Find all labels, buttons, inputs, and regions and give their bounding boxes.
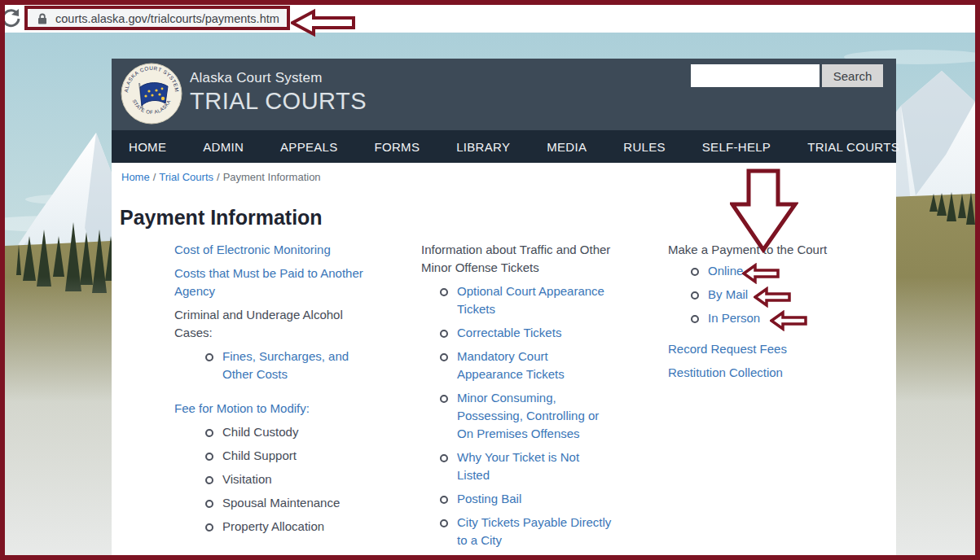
bullet-icon: [440, 395, 448, 403]
link-city-tickets[interactable]: City Tickets Payable Directly to a City: [457, 514, 615, 549]
bullet-icon: [440, 353, 448, 361]
nav-item-trial-courts[interactable]: TRIAL COURTS: [807, 140, 899, 154]
nav-item-media[interactable]: MEDIA: [547, 140, 587, 154]
nav-item-rules[interactable]: RULES: [623, 140, 666, 154]
search-button[interactable]: Search: [822, 64, 883, 87]
bullet-icon: [205, 476, 213, 484]
reload-icon[interactable]: [0, 7, 22, 30]
breadcrumb: Home/Trial Courts/Payment Information: [121, 171, 321, 183]
column-tickets: Information about Traffic and Other Mino…: [421, 241, 615, 560]
main-content: Home/Trial Courts/Payment Information Pa…: [112, 163, 896, 555]
breadcrumb-separator: /: [153, 171, 156, 183]
search-form: Search: [691, 64, 883, 87]
section-title: TRIAL COURTS: [190, 88, 367, 115]
link-by-mail[interactable]: By Mail: [708, 286, 748, 304]
link-posting-bail[interactable]: Posting Bail: [457, 490, 521, 508]
bullet-icon: [205, 429, 213, 437]
main-navigation: HOME ADMIN APPEALS FORMS LIBRARY MEDIA R…: [112, 130, 896, 163]
link-cost-electronic-monitoring[interactable]: Cost of Electronic Monitoring: [174, 243, 331, 256]
list-item: Minor Consuming, Possessing, Controlling…: [440, 389, 615, 443]
screenshot-frame: courts.alaska.gov/trialcourts/payments.h…: [0, 0, 980, 560]
text-child-custody: Child Custody: [222, 423, 298, 441]
list-item: Optional Court Appearance Tickets: [440, 282, 615, 318]
breadcrumb-trial-courts[interactable]: Trial Courts: [159, 171, 213, 183]
link-optional-court-appearance[interactable]: Optional Court Appearance Tickets: [457, 282, 615, 318]
column-costs: Cost of Electronic Monitoring Costs that…: [174, 241, 380, 552]
bullet-icon: [691, 268, 699, 276]
column-make-payment: Make a Payment to the Court Online By Ma…: [668, 241, 841, 387]
search-input[interactable]: [691, 64, 820, 87]
text-traffic-tickets-heading: Information about Traffic and Other Mino…: [421, 241, 615, 277]
list-item: Mandatory Court Appearance Tickets: [440, 348, 615, 383]
address-bar[interactable]: courts.alaska.gov/trialcourts/payments.h…: [26, 7, 288, 29]
nav-item-appeals[interactable]: APPEALS: [280, 140, 337, 154]
list-item: Why Your Ticket is Not Listed: [440, 448, 615, 484]
nav-item-self-help[interactable]: SELF-HELP: [702, 140, 771, 154]
bullet-icon: [691, 291, 699, 300]
list-item: Property Allocation: [205, 518, 380, 536]
link-minor-consuming[interactable]: Minor Consuming, Possessing, Controlling…: [457, 389, 615, 443]
browser-chrome: courts.alaska.gov/trialcourts/payments.h…: [5, 5, 975, 33]
text-spousal-maintenance: Spousal Maintenance: [222, 494, 340, 512]
list-item: In Person: [691, 309, 841, 327]
text-child-support: Child Support: [222, 447, 297, 465]
text-visitation: Visitation: [222, 470, 272, 488]
site-header: ALASKA COURT SYSTEM STATE OF ALASKA Alas…: [112, 59, 896, 130]
text-property-allocation: Property Allocation: [222, 518, 324, 536]
list-item: Child Custody: [205, 423, 380, 441]
list-item: Spousal Maintenance: [205, 494, 380, 512]
nav-item-admin[interactable]: ADMIN: [203, 140, 244, 154]
link-fines-surcharges[interactable]: Fines, Surcharges, and Other Costs: [222, 348, 380, 383]
text-criminal-underage-cases: Criminal and Underage Alcohol Cases:: [174, 306, 380, 342]
bullet-icon: [440, 330, 448, 338]
nav-item-forms[interactable]: FORMS: [375, 140, 420, 154]
text-make-payment-heading: Make a Payment to the Court: [668, 241, 841, 259]
bullet-icon: [440, 519, 448, 527]
bullet-icon: [440, 288, 448, 296]
link-online[interactable]: Online: [708, 262, 743, 280]
list-item: Fines, Surcharges, and Other Costs: [205, 348, 380, 383]
bullet-icon: [440, 454, 448, 462]
link-why-ticket-not-listed[interactable]: Why Your Ticket is Not Listed: [457, 448, 615, 484]
link-costs-paid-other-agency[interactable]: Costs that Must be Paid to Another Agenc…: [174, 266, 363, 298]
bullet-icon: [440, 496, 448, 504]
link-fee-motion-modify[interactable]: Fee for Motion to Modify:: [174, 401, 310, 415]
link-record-request-fees[interactable]: Record Request Fees: [668, 342, 787, 356]
site-container: ALASKA COURT SYSTEM STATE OF ALASKA Alas…: [112, 59, 896, 555]
list-item: Child Support: [205, 447, 380, 465]
breadcrumb-home[interactable]: Home: [121, 171, 150, 183]
bullet-icon: [691, 315, 699, 323]
site-name: Alaska Court System: [190, 70, 367, 86]
link-mandatory-court-appearance[interactable]: Mandatory Court Appearance Tickets: [457, 348, 615, 383]
breadcrumb-separator: /: [217, 171, 220, 183]
alaska-court-seal-logo: ALASKA COURT SYSTEM STATE OF ALASKA: [121, 63, 182, 125]
list-item: By Mail: [691, 286, 841, 304]
link-correctable-tickets[interactable]: Correctable Tickets: [457, 324, 561, 342]
page-title: Payment Information: [120, 206, 323, 230]
lock-icon: [37, 12, 48, 25]
nav-item-library[interactable]: LIBRARY: [456, 140, 510, 154]
bullet-icon: [205, 353, 213, 361]
list-item: Correctable Tickets: [440, 324, 615, 342]
link-restitution-collection[interactable]: Restitution Collection: [668, 365, 783, 379]
breadcrumb-current: Payment Information: [223, 171, 321, 183]
link-in-person[interactable]: In Person: [708, 309, 760, 327]
list-item: City Tickets Payable Directly to a City: [440, 514, 615, 549]
list-item: Posting Bail: [440, 490, 615, 508]
list-item: Online: [691, 262, 841, 280]
url-text: courts.alaska.gov/trialcourts/payments.h…: [55, 12, 279, 25]
bullet-icon: [205, 453, 213, 461]
nav-item-home[interactable]: HOME: [129, 140, 166, 154]
list-item: Visitation: [205, 470, 380, 488]
bullet-icon: [205, 523, 213, 532]
bullet-icon: [205, 500, 213, 508]
